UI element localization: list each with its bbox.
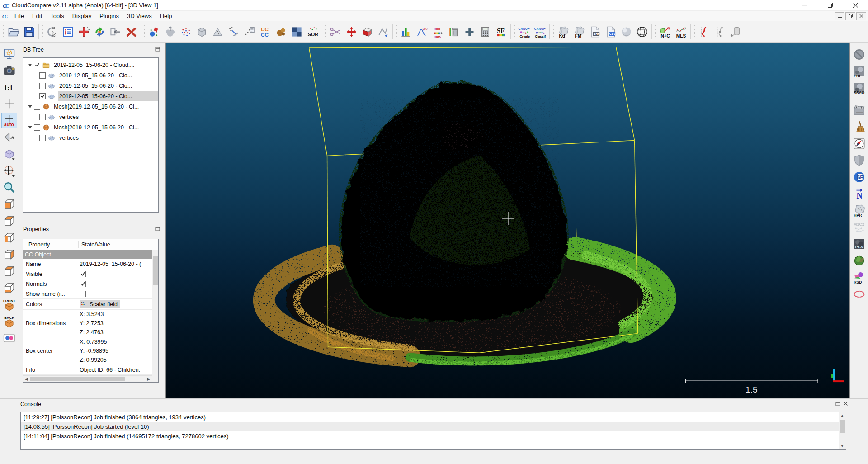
scroll-down-arrow[interactable]: ▼	[839, 443, 845, 449]
set-view-cube-button[interactable]	[1, 146, 17, 161]
properties-list-button[interactable]	[60, 23, 76, 41]
menu-plugins[interactable]: Plugins	[95, 11, 123, 21]
scroll-up-arrow[interactable]: ▲	[839, 412, 845, 419]
extract-sections-button[interactable]	[375, 23, 391, 41]
animation-button[interactable]	[851, 102, 867, 118]
segment-scissors-button[interactable]	[328, 23, 344, 41]
kd-tree-button[interactable]: Kd	[555, 23, 571, 41]
pivot-visibility-button[interactable]	[1, 163, 17, 178]
sphere-button[interactable]	[618, 23, 634, 41]
sample-points-button[interactable]	[210, 23, 226, 41]
canupo-classify-button[interactable]: CANUPOClassify	[532, 23, 548, 41]
mdi-minimize-button[interactable]	[835, 12, 844, 20]
db-tree-float-button[interactable]	[155, 47, 160, 52]
toolbar-drag-handle[interactable]	[2, 24, 5, 39]
visibility-checkbox[interactable]	[34, 104, 40, 110]
facets-button[interactable]	[851, 253, 867, 268]
stereo-button[interactable]	[1, 330, 17, 346]
volume-button[interactable]	[289, 23, 305, 41]
window-restore-button[interactable]	[817, 0, 843, 11]
db-tree[interactable]: 2019-12-05_15-06-20 - Cloud....2019-12-0…	[23, 57, 159, 213]
m3c2-button[interactable]: M3C2	[851, 219, 867, 235]
mdi-restore-button[interactable]	[845, 12, 855, 20]
fit-distribution-button[interactable]: μ,σ	[414, 23, 430, 41]
visibility-checkbox[interactable]	[80, 291, 86, 297]
sf-colorscale-button[interactable]: SF	[493, 23, 509, 41]
pcv-button[interactable]: PCV	[851, 236, 867, 251]
visibility-checkbox[interactable]	[34, 124, 40, 131]
menu-file[interactable]: File	[10, 11, 28, 21]
no-filter-button[interactable]	[851, 47, 867, 62]
sf-add-button[interactable]	[462, 23, 477, 41]
register-button[interactable]	[146, 23, 162, 41]
toolbar-drag-handle[interactable]	[325, 24, 327, 39]
pick-rotation-center-button[interactable]	[1, 96, 17, 111]
menu-3d-views[interactable]: 3D Views	[123, 11, 156, 21]
menu-help[interactable]: Help	[156, 11, 176, 21]
properties-float-button[interactable]	[155, 226, 160, 231]
view-front-button[interactable]	[1, 196, 17, 212]
view-iso-back-button[interactable]: BACK	[1, 313, 17, 329]
delete-sf-button[interactable]	[446, 23, 462, 41]
toolbar-drag-handle[interactable]	[395, 24, 397, 39]
mdi-close-button[interactable]	[856, 12, 866, 20]
console-vertical-scrollbar[interactable]: ▲ ▼	[839, 412, 846, 449]
mls-smoothing-button[interactable]: MLS	[673, 23, 689, 41]
unroll-button[interactable]	[728, 23, 744, 41]
shield-button[interactable]	[851, 152, 867, 168]
canupo-create-button[interactable]: CANUPOCreate	[516, 23, 532, 41]
globe-button[interactable]	[634, 23, 650, 41]
clamp-button[interactable]	[44, 23, 60, 41]
properties-horizontal-scrollbar[interactable]: ◀ ▶	[23, 375, 152, 382]
translate-rotate-button[interactable]	[344, 23, 359, 41]
cloud-mesh-distance-button[interactable]	[226, 23, 241, 41]
expander-icon[interactable]	[27, 104, 33, 109]
scroll-left-arrow[interactable]: ◀	[23, 376, 29, 382]
spline-points-button[interactable]	[712, 23, 728, 41]
normals-curvature-button[interactable]: N+C	[657, 23, 673, 41]
menu-display[interactable]: Display	[68, 11, 96, 21]
hpr-button[interactable]: HPR	[851, 203, 867, 218]
tree-item[interactable]: 2019-12-05_15-06-20 - Clo...	[23, 70, 158, 80]
noise-filter-button[interactable]	[178, 23, 194, 41]
sf-calculator-button[interactable]	[477, 23, 493, 41]
menu-tools[interactable]: Tools	[46, 11, 68, 21]
view-bottom-button[interactable]	[1, 280, 17, 295]
compass-button[interactable]	[851, 136, 867, 151]
sor-filter-button[interactable]: SOR	[305, 23, 321, 41]
tree-item[interactable]: 2019-12-05_15-06-20 - Clo...	[23, 80, 158, 91]
tree-item[interactable]: vertices	[23, 133, 158, 143]
zoom-fit-button[interactable]	[1, 180, 17, 195]
screenshot-camera-button[interactable]	[1, 62, 17, 78]
properties-vertical-scrollbar[interactable]	[152, 250, 158, 375]
spline-red-button[interactable]	[696, 23, 712, 41]
subsample-button[interactable]	[162, 23, 178, 41]
tree-item[interactable]: 2019-12-05_15-06-20 - Cloud....	[23, 60, 158, 70]
toolbar-drag-handle[interactable]	[41, 24, 43, 39]
visibility-checkbox[interactable]	[80, 271, 86, 277]
normals-arrow-button[interactable]: N	[851, 186, 867, 201]
console-close-button[interactable]	[843, 401, 848, 406]
cloud-cloud-distance-button[interactable]: CCCC	[257, 23, 273, 41]
color-scale-arrows-button[interactable]	[92, 23, 108, 41]
octree-button[interactable]	[194, 23, 210, 41]
edl-shader-button[interactable]: EDL	[851, 63, 867, 79]
tree-item[interactable]: Mesh[2019-12-05_15-06-20 - Cl...	[23, 122, 158, 133]
clean-broom-button[interactable]	[851, 119, 867, 134]
window-minimize-button[interactable]	[792, 0, 817, 11]
scrollbar-thumb[interactable]	[840, 420, 845, 433]
view-back-button[interactable]	[1, 213, 17, 228]
tree-item[interactable]: vertices	[23, 112, 158, 122]
expander-icon[interactable]	[27, 125, 33, 129]
window-close-button[interactable]	[843, 0, 868, 11]
save-button[interactable]	[21, 23, 37, 41]
sf-minmax-button[interactable]: minmax	[430, 23, 446, 41]
csv-export-button[interactable]: CSV	[603, 23, 618, 41]
shp-export-button[interactable]: SHP	[587, 23, 603, 41]
scrollbar-thumb[interactable]	[153, 256, 158, 285]
zoom-1-1-button[interactable]: 1:1	[1, 79, 17, 95]
toolbar-drag-handle[interactable]	[654, 24, 656, 39]
cross-section-button[interactable]	[359, 23, 375, 41]
view-top-button[interactable]	[1, 263, 17, 279]
colors-mode-select[interactable]: SFScalar field	[80, 300, 120, 308]
